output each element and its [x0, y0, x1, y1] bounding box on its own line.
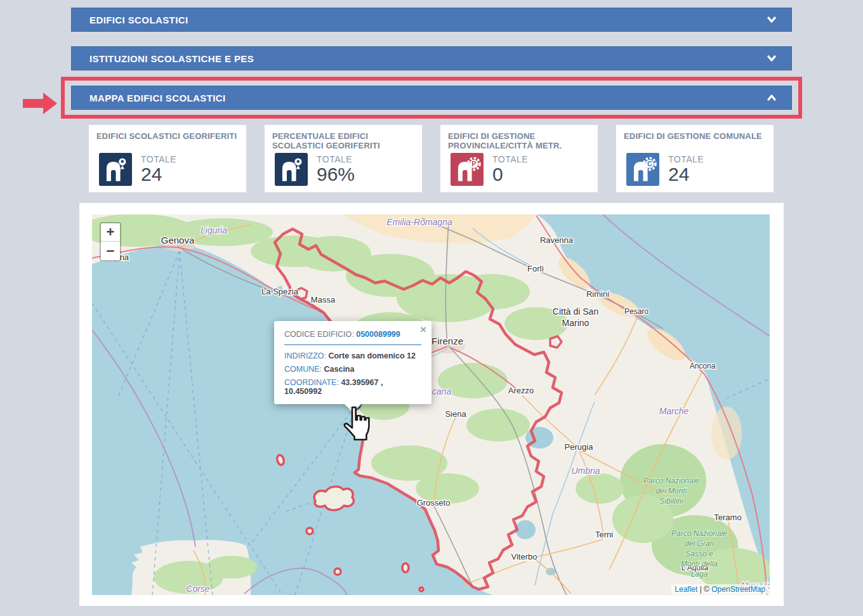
city-label: Teramo — [714, 513, 741, 522]
city-label: Città di San — [553, 306, 598, 317]
codice-edificio-link[interactable]: 0500089999 — [356, 330, 400, 339]
stat-card-title: EDIFICI DI GESTIONE PROVINCIALE/CITTÀ ME… — [448, 131, 590, 151]
leaflet-map[interactable]: SavonaGenovaLa SpeziaMassaFirenzeArezzoS… — [92, 214, 770, 595]
codice-edificio-label: CODICE EDIFICIO: — [284, 330, 354, 339]
stat-value: 0 — [492, 164, 528, 185]
park-label: Parco Nazionale — [643, 476, 699, 485]
openstreetmap-link[interactable]: OpenStreetMap — [711, 585, 765, 594]
park-label: del Gran — [685, 539, 714, 548]
city-label: Marino — [562, 318, 590, 328]
city-label: Ancona — [690, 362, 716, 370]
map-popup: × CODICE EDIFICIO: 0500089999 INDIRIZZO:… — [274, 321, 432, 404]
park-label: Sibillini — [659, 497, 683, 506]
city-label: Forlì — [527, 264, 544, 273]
stat-card-comunale: EDIFICI DI GESTIONE COMUNALE C TOTALE 24 — [616, 125, 774, 192]
region-label: Liguria — [201, 225, 227, 235]
zoom-in-button[interactable]: + — [101, 223, 120, 242]
indirizzo-value: Corte san domenico 12 — [328, 351, 416, 360]
region-label: Umbria — [571, 466, 600, 476]
totale-label: TOTALE — [492, 154, 528, 164]
city-label: Perugia — [565, 442, 594, 452]
popup-divider — [284, 344, 421, 345]
zoom-control: + − — [100, 222, 121, 261]
stat-card-title: PERCENTUALE EDIFICI SCOLASTICI GEORIFERI… — [272, 131, 414, 151]
city-label: Pesaro — [624, 307, 649, 316]
city-label: Rimini — [586, 289, 609, 299]
stat-card-provinciale: EDIFICI DI GESTIONE PROVINCIALE/CITTÀ ME… — [440, 125, 598, 192]
building-map-pin-icon — [275, 153, 308, 186]
hand-cursor-icon — [341, 406, 371, 442]
chevron-down-icon — [766, 15, 777, 25]
park-label: Monti della — [681, 560, 718, 568]
comune-value: Cascina — [324, 365, 355, 374]
park-label: dei Monti — [656, 487, 687, 495]
page: { "accordions": [ { "label": "EDIFICI SC… — [0, 0, 863, 616]
city-label: La Spezia — [261, 287, 299, 296]
city-label: Grosseto — [417, 498, 451, 508]
annotation-highlight-rect — [61, 77, 802, 119]
region-label: Corse — [186, 584, 210, 594]
stat-card-title: EDIFICI DI GESTIONE COMUNALE — [624, 131, 766, 141]
map-attribution: Leaflet | © OpenStreetMap — [671, 584, 768, 594]
stat-card-percentuale: PERCENTUALE EDIFICI SCOLASTICI GEORIFERI… — [265, 125, 422, 192]
map-panel: SavonaGenovaLa SpeziaMassaFirenzeArezzoS… — [79, 203, 784, 606]
building-gear-icon: C — [626, 153, 659, 186]
svg-text:P: P — [471, 160, 476, 167]
comune-label: COMUNE: — [284, 365, 322, 374]
park-label: Sasso e — [685, 549, 713, 558]
stat-value: 96% — [317, 164, 355, 185]
coordinate-label: COORDINATE: — [284, 378, 339, 387]
stat-card-georiferiti: EDIFICI SCOLASTICI GEORIFERITI TOTALE 24 — [89, 125, 246, 192]
city-label: Firenze — [432, 336, 463, 346]
attribution-separator: | © — [697, 585, 711, 594]
city-label: Terni — [595, 530, 613, 539]
city-label: Viterbo — [511, 552, 537, 561]
building-map-pin-icon — [99, 153, 132, 186]
region-label: Marche — [659, 406, 689, 416]
city-label: Genova — [161, 235, 195, 246]
accordion-istituzioni-scolastiche[interactable]: ISTITUZIONI SCOLASTICHE E PES — [71, 46, 792, 70]
svg-text:C: C — [647, 160, 652, 167]
zoom-out-button[interactable]: − — [101, 242, 120, 260]
map-canvas: SavonaGenovaLa SpeziaMassaFirenzeArezzoS… — [92, 214, 770, 595]
city-label: Arezzo — [508, 386, 534, 395]
park-label: Laga — [691, 570, 708, 579]
totale-label: TOTALE — [668, 154, 704, 164]
stat-value: 24 — [668, 164, 704, 185]
indirizzo-label: INDIRIZZO: — [284, 351, 326, 360]
totale-label: TOTALE — [317, 154, 355, 164]
city-label: Massa — [311, 295, 336, 305]
building-gear-icon: P — [451, 153, 484, 186]
park-label: Parco Nazionale — [671, 529, 727, 538]
accordion-label: EDIFICI SCOLASTICI — [89, 15, 188, 25]
chevron-down-icon — [766, 53, 777, 63]
leaflet-link[interactable]: Leaflet — [675, 585, 697, 594]
totale-label: TOTALE — [141, 154, 176, 164]
stat-card-title: EDIFICI SCOLASTICI GEORIFERITI — [96, 131, 239, 141]
stat-value: 24 — [141, 164, 176, 185]
accordion-label: ISTITUZIONI SCOLASTICHE E PES — [89, 53, 254, 64]
region-label: Emilia-Romagna — [386, 217, 452, 227]
city-label: Siena — [445, 409, 466, 419]
popup-close-icon[interactable]: × — [420, 324, 426, 335]
accordion-edifici-scolastici[interactable]: EDIFICI SCOLASTICI — [71, 8, 792, 32]
city-label: Ravenna — [540, 235, 574, 245]
